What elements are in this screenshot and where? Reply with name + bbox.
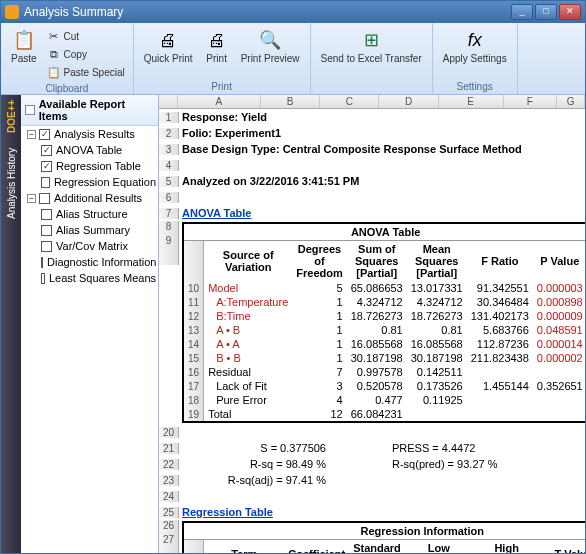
print-preview-icon: 🔍 — [258, 28, 282, 52]
window-title: Analysis Summary — [24, 5, 509, 19]
app-icon — [5, 5, 19, 19]
table-row: 17Lack of Fit30.5205780.1735261.4551440.… — [184, 379, 585, 393]
table-row: 14A • A116.08556816.085568112.872360.000… — [184, 337, 585, 351]
title-bar: Analysis Summary _ □ ✕ — [1, 1, 585, 23]
fx-icon: fx — [463, 28, 487, 52]
regression-title: Regression Information — [184, 523, 585, 540]
quick-print-icon: 🖨 — [156, 28, 180, 52]
side-tabs[interactable]: Analysis History DOE++ — [1, 95, 21, 553]
anova-link[interactable]: ANOVA Table — [179, 206, 254, 220]
group-print-label: Print — [138, 79, 306, 92]
table-row: 13A • B10.810.815.6837660.048591 — [184, 323, 585, 337]
regression-table: Regression Information TermCoefficientSt… — [182, 521, 585, 553]
report-tree: Available Report Items −✓Analysis Result… — [21, 95, 159, 553]
ribbon: 📋 Paste ✂Cut ⧉Copy 📋Paste Special Clipbo… — [1, 23, 585, 95]
tree-regression-equation[interactable]: Regression Equation — [21, 174, 158, 190]
copy-icon: ⧉ — [47, 47, 61, 61]
checkbox[interactable] — [41, 225, 52, 236]
anova-table: ANOVA Table Source of VariationDegrees o… — [182, 222, 585, 423]
group-settings-label: Settings — [437, 79, 513, 92]
table-row: 16Residual70.9975780.142511 — [184, 365, 585, 379]
paste-button[interactable]: 📋 Paste — [5, 25, 43, 81]
side-tab-doe[interactable]: DOE++ — [6, 100, 17, 133]
group-clipboard-label: Clipboard — [5, 81, 129, 94]
checkbox[interactable] — [41, 209, 52, 220]
copy-button[interactable]: ⧉Copy — [43, 45, 129, 63]
checkbox[interactable] — [39, 193, 50, 204]
cut-button[interactable]: ✂Cut — [43, 27, 129, 45]
column-headers: ABC DEFG — [159, 95, 585, 109]
print-icon: 🖨 — [205, 28, 229, 52]
close-button[interactable]: ✕ — [559, 4, 581, 20]
anova-title: ANOVA Table — [184, 224, 585, 241]
tree-toggle-icon[interactable] — [25, 105, 35, 115]
checkbox[interactable] — [41, 257, 43, 268]
quick-print-button[interactable]: 🖨Quick Print — [138, 25, 199, 79]
paste-special-button[interactable]: 📋Paste Special — [43, 63, 129, 81]
analyzed-on-label: Analyzed on 3/22/2016 3:41:51 PM — [179, 174, 362, 188]
spreadsheet[interactable]: ABC DEFG 1Response: Yield 2Folio: Experi… — [159, 95, 585, 553]
row-header: 1 — [159, 112, 179, 123]
tree-alias-structure[interactable]: Alias Structure — [21, 206, 158, 222]
tree-alias-summary[interactable]: Alias Summary — [21, 222, 158, 238]
tree-analysis-results[interactable]: −✓Analysis Results — [21, 126, 158, 142]
regression-link[interactable]: Regression Table — [179, 505, 276, 519]
print-preview-button[interactable]: 🔍Print Preview — [235, 25, 306, 79]
checkbox[interactable] — [41, 273, 45, 284]
tree-anova-table[interactable]: ✓ANOVA Table — [21, 142, 158, 158]
side-tab-history[interactable]: Analysis History — [6, 148, 17, 219]
collapse-icon[interactable]: − — [27, 130, 36, 139]
checkbox[interactable] — [41, 177, 50, 188]
tree-varcov-matrix[interactable]: Var/Cov Matrix — [21, 238, 158, 254]
folio-label: Folio: Experiment1 — [179, 126, 284, 140]
table-row: 11A:Temperature14.3247124.32471230.34648… — [184, 295, 585, 309]
checkbox[interactable]: ✓ — [41, 145, 52, 156]
checkbox[interactable]: ✓ — [41, 161, 52, 172]
table-row: 12B:Time118.72627318.726273131.4021730.0… — [184, 309, 585, 323]
maximize-button[interactable]: □ — [535, 4, 557, 20]
table-row: 18Pure Error40.4770.11925 — [184, 393, 585, 407]
tree-header: Available Report Items — [21, 95, 158, 126]
tree-diagnostic-info[interactable]: Diagnostic Information — [21, 254, 158, 270]
print-button[interactable]: 🖨Print — [199, 25, 235, 79]
paste-special-icon: 📋 — [47, 65, 61, 79]
paste-icon: 📋 — [12, 28, 36, 52]
apply-settings-button[interactable]: fxApply Settings — [437, 25, 513, 79]
tree-regression-table[interactable]: ✓Regression Table — [21, 158, 158, 174]
design-type-label: Base Design Type: Central Composite Resp… — [179, 142, 525, 156]
send-excel-button[interactable]: ⊞Send to Excel Transfer — [315, 25, 428, 92]
table-row: 19Total1266.084231 — [184, 407, 585, 421]
excel-icon: ⊞ — [359, 28, 383, 52]
table-row: 15B • B130.18719830.187198211.8234380.00… — [184, 351, 585, 365]
checkbox[interactable] — [41, 241, 52, 252]
table-row: 10Model565.08665313.01733191.3425510.000… — [184, 281, 585, 295]
collapse-icon[interactable]: − — [27, 194, 36, 203]
minimize-button[interactable]: _ — [511, 4, 533, 20]
checkbox[interactable]: ✓ — [39, 129, 50, 140]
tree-ls-means[interactable]: Least Squares Means — [21, 270, 158, 286]
tree-additional-results[interactable]: −Additional Results — [21, 190, 158, 206]
response-label: Response: Yield — [179, 110, 270, 124]
cut-icon: ✂ — [47, 29, 61, 43]
